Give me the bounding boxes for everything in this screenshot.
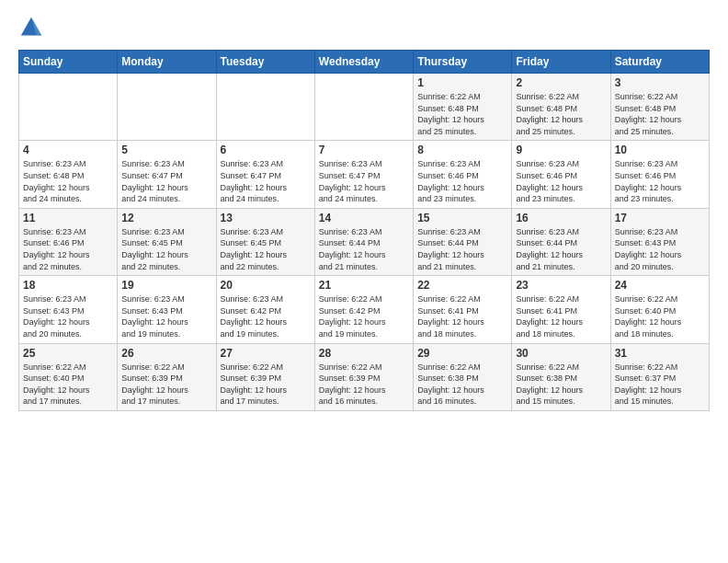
day-number: 29	[417, 347, 507, 360]
calendar-cell	[314, 74, 413, 141]
day-number: 10	[615, 144, 705, 156]
logo-icon	[18, 15, 44, 40]
day-number: 8	[417, 144, 507, 156]
day-number: 9	[516, 144, 606, 156]
calendar-cell: 13Sunrise: 6:23 AM Sunset: 6:45 PM Dayli…	[216, 208, 314, 275]
calendar-week-row: 18Sunrise: 6:23 AM Sunset: 6:43 PM Dayli…	[19, 276, 710, 343]
day-number: 1	[417, 76, 507, 89]
day-number: 7	[319, 144, 409, 156]
day-info: Sunrise: 6:22 AM Sunset: 6:48 PM Dayligh…	[615, 91, 705, 137]
calendar-cell: 22Sunrise: 6:22 AM Sunset: 6:41 PM Dayli…	[414, 276, 512, 343]
day-info: Sunrise: 6:22 AM Sunset: 6:40 PM Dayligh…	[23, 362, 113, 408]
logo	[18, 15, 48, 40]
day-info: Sunrise: 6:23 AM Sunset: 6:43 PM Dayligh…	[121, 293, 211, 339]
calendar-cell	[19, 74, 118, 141]
day-number: 16	[516, 212, 606, 224]
calendar-cell: 30Sunrise: 6:22 AM Sunset: 6:38 PM Dayli…	[512, 343, 610, 410]
day-number: 5	[121, 144, 211, 156]
calendar-cell	[216, 74, 314, 141]
day-number: 28	[319, 347, 409, 360]
day-number: 17	[615, 212, 705, 224]
day-number: 14	[319, 212, 409, 224]
calendar-cell: 20Sunrise: 6:23 AM Sunset: 6:42 PM Dayli…	[216, 276, 314, 343]
page-container: SundayMondayTuesdayWednesdayThursdayFrid…	[0, 0, 728, 420]
day-info: Sunrise: 6:23 AM Sunset: 6:47 PM Dayligh…	[319, 158, 409, 204]
day-info: Sunrise: 6:23 AM Sunset: 6:46 PM Dayligh…	[615, 158, 705, 204]
calendar-cell: 6Sunrise: 6:23 AM Sunset: 6:47 PM Daylig…	[216, 141, 314, 208]
day-info: Sunrise: 6:22 AM Sunset: 6:48 PM Dayligh…	[417, 91, 507, 137]
day-header: Thursday	[414, 51, 512, 74]
calendar-cell: 9Sunrise: 6:23 AM Sunset: 6:46 PM Daylig…	[512, 141, 610, 208]
day-info: Sunrise: 6:22 AM Sunset: 6:39 PM Dayligh…	[221, 362, 311, 408]
day-number: 12	[121, 212, 211, 224]
calendar-cell: 2Sunrise: 6:22 AM Sunset: 6:48 PM Daylig…	[512, 74, 610, 141]
day-info: Sunrise: 6:23 AM Sunset: 6:44 PM Dayligh…	[319, 226, 409, 272]
day-header: Saturday	[610, 51, 709, 74]
calendar-cell: 16Sunrise: 6:23 AM Sunset: 6:44 PM Dayli…	[512, 208, 610, 275]
day-number: 22	[417, 279, 507, 292]
calendar-cell: 19Sunrise: 6:23 AM Sunset: 6:43 PM Dayli…	[118, 276, 216, 343]
day-info: Sunrise: 6:23 AM Sunset: 6:46 PM Dayligh…	[516, 158, 606, 204]
day-info: Sunrise: 6:22 AM Sunset: 6:38 PM Dayligh…	[417, 362, 507, 408]
calendar-cell: 12Sunrise: 6:23 AM Sunset: 6:45 PM Dayli…	[118, 208, 216, 275]
day-header: Monday	[118, 51, 216, 74]
day-header: Friday	[512, 51, 610, 74]
day-info: Sunrise: 6:22 AM Sunset: 6:41 PM Dayligh…	[417, 293, 507, 339]
day-info: Sunrise: 6:23 AM Sunset: 6:43 PM Dayligh…	[615, 226, 705, 272]
calendar-cell: 5Sunrise: 6:23 AM Sunset: 6:47 PM Daylig…	[118, 141, 216, 208]
day-info: Sunrise: 6:23 AM Sunset: 6:45 PM Dayligh…	[121, 226, 211, 272]
calendar-cell: 11Sunrise: 6:23 AM Sunset: 6:46 PM Dayli…	[19, 208, 118, 275]
calendar-cell: 3Sunrise: 6:22 AM Sunset: 6:48 PM Daylig…	[610, 74, 709, 141]
day-number: 24	[615, 279, 705, 292]
calendar-cell	[118, 74, 216, 141]
calendar-table: SundayMondayTuesdayWednesdayThursdayFrid…	[18, 50, 710, 411]
calendar-cell: 7Sunrise: 6:23 AM Sunset: 6:47 PM Daylig…	[314, 141, 413, 208]
day-number: 20	[221, 279, 311, 292]
day-number: 21	[319, 279, 409, 292]
day-info: Sunrise: 6:23 AM Sunset: 6:42 PM Dayligh…	[221, 293, 311, 339]
day-number: 23	[516, 279, 606, 292]
day-info: Sunrise: 6:23 AM Sunset: 6:48 PM Dayligh…	[23, 158, 113, 204]
day-header: Sunday	[19, 51, 118, 74]
day-number: 30	[516, 347, 606, 360]
calendar-cell: 17Sunrise: 6:23 AM Sunset: 6:43 PM Dayli…	[610, 208, 709, 275]
day-info: Sunrise: 6:22 AM Sunset: 6:48 PM Dayligh…	[516, 91, 606, 137]
day-number: 26	[121, 347, 211, 360]
calendar-body: 1Sunrise: 6:22 AM Sunset: 6:48 PM Daylig…	[19, 74, 710, 411]
calendar-cell: 31Sunrise: 6:22 AM Sunset: 6:37 PM Dayli…	[610, 343, 709, 410]
day-header: Wednesday	[314, 51, 413, 74]
day-info: Sunrise: 6:23 AM Sunset: 6:44 PM Dayligh…	[417, 226, 507, 272]
calendar-cell: 18Sunrise: 6:23 AM Sunset: 6:43 PM Dayli…	[19, 276, 118, 343]
day-number: 2	[516, 76, 606, 89]
header	[18, 15, 710, 40]
calendar-cell: 15Sunrise: 6:23 AM Sunset: 6:44 PM Dayli…	[414, 208, 512, 275]
day-info: Sunrise: 6:22 AM Sunset: 6:42 PM Dayligh…	[319, 293, 409, 339]
day-info: Sunrise: 6:23 AM Sunset: 6:45 PM Dayligh…	[221, 226, 311, 272]
day-info: Sunrise: 6:23 AM Sunset: 6:44 PM Dayligh…	[516, 226, 606, 272]
day-number: 25	[23, 347, 113, 360]
day-number: 18	[23, 279, 113, 292]
day-number: 31	[615, 347, 705, 360]
calendar-cell: 26Sunrise: 6:22 AM Sunset: 6:39 PM Dayli…	[118, 343, 216, 410]
day-number: 3	[615, 76, 705, 89]
calendar-cell: 10Sunrise: 6:23 AM Sunset: 6:46 PM Dayli…	[610, 141, 709, 208]
day-info: Sunrise: 6:22 AM Sunset: 6:39 PM Dayligh…	[121, 362, 211, 408]
calendar-cell: 21Sunrise: 6:22 AM Sunset: 6:42 PM Dayli…	[314, 276, 413, 343]
day-number: 13	[221, 212, 311, 224]
day-header: Tuesday	[216, 51, 314, 74]
calendar-cell: 14Sunrise: 6:23 AM Sunset: 6:44 PM Dayli…	[314, 208, 413, 275]
calendar-cell: 23Sunrise: 6:22 AM Sunset: 6:41 PM Dayli…	[512, 276, 610, 343]
day-info: Sunrise: 6:22 AM Sunset: 6:41 PM Dayligh…	[516, 293, 606, 339]
day-info: Sunrise: 6:23 AM Sunset: 6:46 PM Dayligh…	[23, 226, 113, 272]
calendar-week-row: 11Sunrise: 6:23 AM Sunset: 6:46 PM Dayli…	[19, 208, 710, 275]
day-number: 27	[221, 347, 311, 360]
calendar-header-row: SundayMondayTuesdayWednesdayThursdayFrid…	[19, 51, 710, 74]
day-info: Sunrise: 6:23 AM Sunset: 6:46 PM Dayligh…	[417, 158, 507, 204]
calendar-week-row: 25Sunrise: 6:22 AM Sunset: 6:40 PM Dayli…	[19, 343, 710, 410]
day-info: Sunrise: 6:22 AM Sunset: 6:40 PM Dayligh…	[615, 293, 705, 339]
calendar-cell: 25Sunrise: 6:22 AM Sunset: 6:40 PM Dayli…	[19, 343, 118, 410]
day-info: Sunrise: 6:23 AM Sunset: 6:47 PM Dayligh…	[121, 158, 211, 204]
calendar-cell: 1Sunrise: 6:22 AM Sunset: 6:48 PM Daylig…	[414, 74, 512, 141]
day-info: Sunrise: 6:22 AM Sunset: 6:38 PM Dayligh…	[516, 362, 606, 408]
day-info: Sunrise: 6:22 AM Sunset: 6:39 PM Dayligh…	[319, 362, 409, 408]
